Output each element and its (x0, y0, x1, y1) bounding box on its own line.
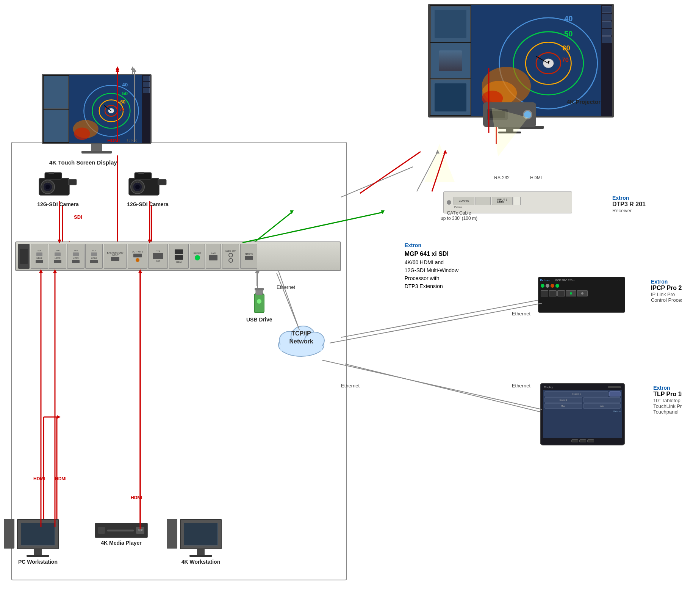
pc-workstation: PC Workstation (17, 519, 59, 565)
svg-text:40: 40 (564, 14, 573, 23)
svg-text:60: 60 (120, 99, 125, 105)
svg-line-23 (345, 364, 546, 413)
svg-line-22 (341, 299, 542, 337)
hdmi-label-up: HDMI (107, 138, 120, 143)
usb-drive: USB Drive (246, 286, 272, 323)
svg-text:70: 70 (119, 107, 124, 111)
svg-marker-83 (436, 150, 440, 154)
svg-marker-85 (443, 150, 447, 154)
svg-marker-31 (424, 144, 455, 182)
svg-rect-65 (48, 172, 54, 174)
svg-point-76 (257, 299, 261, 304)
svg-marker-89 (116, 68, 119, 72)
svg-marker-10 (57, 415, 61, 419)
hdmi-label-media: HDMI (131, 495, 142, 500)
touch-screen-display: 40 50 60 70 (42, 74, 152, 157)
ipcp-pro: Extron IPCP PRO 250 xi (538, 277, 625, 313)
svg-text:70: 70 (562, 56, 569, 64)
svg-line-105 (330, 303, 542, 343)
svg-line-18 (360, 152, 421, 193)
svg-point-69 (135, 185, 140, 189)
camera-right: 12G-SDI Camera (127, 169, 169, 207)
svg-rect-64 (68, 179, 77, 185)
diagram-container: 40 50 60 70 (0, 0, 682, 616)
ethernet-label-3: Ethernet (341, 383, 360, 389)
svg-text:60: 60 (562, 44, 570, 52)
svg-rect-0 (11, 142, 347, 580)
svg-point-58 (74, 127, 90, 140)
svg-marker-25 (256, 271, 260, 275)
svg-line-82 (417, 152, 438, 191)
svg-rect-75 (255, 288, 264, 290)
ethernet-label-4: Ethernet (512, 383, 530, 389)
sdi-label: SDI (74, 214, 82, 220)
hdmi-label-pc-1: HDMI (33, 476, 45, 481)
svg-marker-29 (131, 66, 135, 70)
svg-line-17 (341, 167, 413, 197)
svg-marker-87 (381, 210, 385, 214)
camera-left: 12G-SDI Camera (37, 169, 79, 207)
projector-label: 4K Projector (567, 99, 601, 105)
svg-text:50: 50 (122, 91, 128, 96)
svg-text:40: 40 (122, 82, 128, 88)
rs232-label: RS-232 (494, 175, 510, 180)
network-cloud: TCP/IPNetwork (273, 318, 330, 360)
media-player: MP 4K Media Player (95, 523, 148, 546)
mgp-processor: SDI HDMI SDI HDMI SDI HDMI SDI HDMI BA (15, 241, 341, 271)
tlp-pro: Display Channel 1 Source 1 Mute Mute (540, 383, 625, 445)
svg-rect-71 (158, 179, 166, 185)
workstation-4k: 4K Workstation (180, 519, 222, 565)
svg-line-84 (432, 152, 445, 191)
touch-display-label: 4K Touch Screen Display (49, 159, 117, 166)
catx-label: CATx Cableup to 330' (100 m) (441, 210, 477, 221)
svg-line-86 (242, 212, 383, 243)
svg-text:50: 50 (564, 30, 573, 38)
svg-marker-27 (116, 66, 119, 70)
svg-marker-16 (290, 210, 294, 214)
hdmi-label-projector: HDMI (530, 175, 542, 180)
ethernet-label-1: Ethernet (277, 284, 295, 290)
projector (483, 102, 536, 133)
hdmi-label-pc-2: HDMI (55, 476, 67, 481)
usb-label-up: USB (127, 138, 137, 143)
svg-point-62 (45, 185, 50, 189)
ethernet-label-2: Ethernet (512, 311, 530, 317)
svg-marker-91 (133, 68, 136, 72)
svg-rect-72 (138, 172, 144, 174)
